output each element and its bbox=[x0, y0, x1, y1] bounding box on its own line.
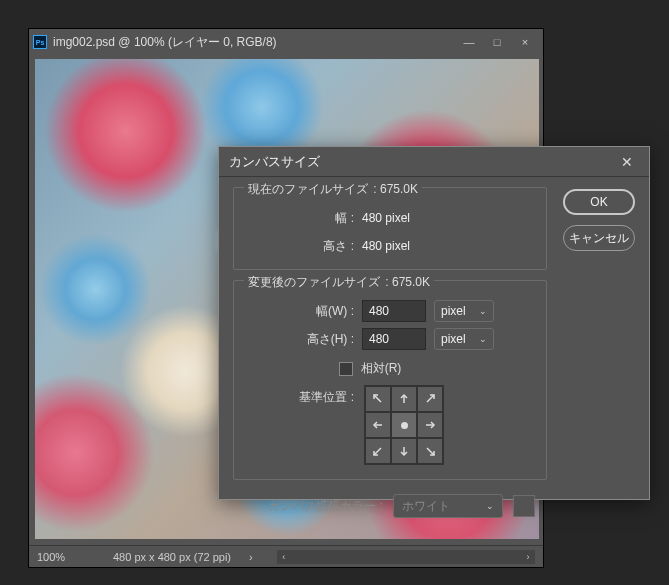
scroll-left-icon[interactable]: ‹ bbox=[277, 550, 291, 564]
document-titlebar[interactable]: Ps img002.psd @ 100% (レイヤー 0, RGB/8) — □… bbox=[29, 29, 543, 55]
width-label: 幅(W) : bbox=[244, 303, 354, 320]
chevron-down-icon: ⌄ bbox=[479, 334, 487, 344]
extension-color-label: カンバス拡張カラー : bbox=[233, 498, 383, 515]
cancel-button[interactable]: キャンセル bbox=[563, 225, 635, 251]
status-bar: 100% 480 px x 480 px (72 ppi) › ‹ › bbox=[29, 545, 543, 567]
svg-line-7 bbox=[427, 448, 434, 455]
maximize-button[interactable]: □ bbox=[483, 32, 511, 52]
extension-color-select: ホワイト ⌄ bbox=[393, 494, 503, 518]
width-unit-select[interactable]: pixel ⌄ bbox=[434, 300, 494, 322]
relative-label: 相対(R) bbox=[361, 360, 402, 377]
svg-line-0 bbox=[374, 395, 381, 402]
width-unit-value: pixel bbox=[441, 304, 466, 318]
chevron-down-icon: ⌄ bbox=[479, 306, 487, 316]
height-unit-select[interactable]: pixel ⌄ bbox=[434, 328, 494, 350]
current-size-value: 675.0K bbox=[380, 182, 418, 196]
relative-checkbox[interactable] bbox=[339, 362, 353, 376]
anchor-w[interactable] bbox=[365, 412, 391, 438]
app-icon: Ps bbox=[33, 35, 47, 49]
anchor-label: 基準位置 : bbox=[244, 385, 354, 406]
new-size-value: 675.0K bbox=[392, 275, 430, 289]
extension-color-value: ホワイト bbox=[402, 498, 450, 515]
minimize-button[interactable]: — bbox=[455, 32, 483, 52]
current-height-label: 高さ : bbox=[244, 238, 354, 255]
document-dimensions: 480 px x 480 px (72 ppi) bbox=[113, 551, 231, 563]
close-window-button[interactable]: × bbox=[511, 32, 539, 52]
svg-line-2 bbox=[427, 395, 434, 402]
current-size-legend: 現在のファイルサイズ bbox=[248, 182, 368, 196]
scroll-track[interactable] bbox=[291, 550, 521, 564]
dialog-title: カンバスサイズ bbox=[229, 153, 320, 171]
canvas-size-dialog: カンバスサイズ ✕ OK キャンセル 現在のファイルサイズ : 675.0K 幅… bbox=[218, 146, 650, 500]
horizontal-scrollbar[interactable]: ‹ › bbox=[277, 550, 535, 564]
new-size-fieldset: 変更後のファイルサイズ : 675.0K 幅(W) : pixel ⌄ 高さ(H… bbox=[233, 280, 547, 480]
anchor-s[interactable] bbox=[391, 438, 417, 464]
svg-line-5 bbox=[374, 448, 381, 455]
chevron-down-icon: ⌄ bbox=[486, 501, 494, 511]
anchor-center[interactable] bbox=[391, 412, 417, 438]
anchor-e[interactable] bbox=[417, 412, 443, 438]
dialog-titlebar[interactable]: カンバスサイズ ✕ bbox=[219, 147, 649, 177]
zoom-level[interactable]: 100% bbox=[37, 551, 97, 563]
anchor-grid bbox=[364, 385, 444, 465]
dialog-close-button[interactable]: ✕ bbox=[615, 150, 639, 174]
anchor-n[interactable] bbox=[391, 386, 417, 412]
anchor-ne[interactable] bbox=[417, 386, 443, 412]
ok-button[interactable]: OK bbox=[563, 189, 635, 215]
extension-color-swatch bbox=[513, 495, 535, 517]
anchor-se[interactable] bbox=[417, 438, 443, 464]
extension-color-row: カンバス拡張カラー : ホワイト ⌄ bbox=[233, 494, 635, 518]
document-title: img002.psd @ 100% (レイヤー 0, RGB/8) bbox=[53, 34, 277, 51]
anchor-nw[interactable] bbox=[365, 386, 391, 412]
current-size-fieldset: 現在のファイルサイズ : 675.0K 幅 : 480 pixel 高さ : 4… bbox=[233, 187, 547, 270]
height-input[interactable] bbox=[362, 328, 426, 350]
new-size-legend: 変更後のファイルサイズ bbox=[248, 275, 380, 289]
scroll-right-icon[interactable]: › bbox=[521, 550, 535, 564]
height-label: 高さ(H) : bbox=[244, 331, 354, 348]
height-unit-value: pixel bbox=[441, 332, 466, 346]
anchor-sw[interactable] bbox=[365, 438, 391, 464]
status-chevron-icon[interactable]: › bbox=[249, 551, 253, 563]
current-width-value: 480 pixel bbox=[362, 211, 442, 225]
width-input[interactable] bbox=[362, 300, 426, 322]
current-width-label: 幅 : bbox=[244, 210, 354, 227]
current-height-value: 480 pixel bbox=[362, 239, 442, 253]
